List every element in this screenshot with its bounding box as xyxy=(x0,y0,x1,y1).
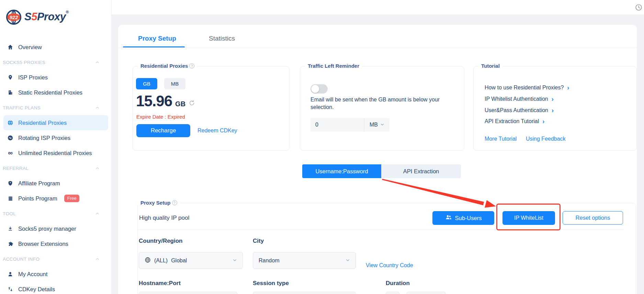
swap-arrows-icon xyxy=(7,286,14,293)
tab-statistics[interactable]: Statistics xyxy=(209,35,235,42)
sidebar-item-static-residential-proxies[interactable]: Static Residential Proxies xyxy=(3,85,108,100)
username-password-tab[interactable]: Username:Password xyxy=(302,164,381,178)
tutorial-link-api-extraction[interactable]: API Extraction Tutorial› xyxy=(485,118,544,124)
chevron-right-icon: › xyxy=(542,119,544,124)
sidebar-section-traffic-plans: TRAFFIC PLANS xyxy=(0,100,112,115)
recharge-button[interactable]: Recharge xyxy=(136,124,190,137)
country-region-label: Country/Region xyxy=(139,238,183,244)
reminder-threshold-group: MB xyxy=(310,118,389,132)
section-divider xyxy=(139,229,624,230)
chevron-right-icon: › xyxy=(567,85,569,90)
shield-icon xyxy=(7,180,14,187)
residential-proxies-card: Residential Proxies GB MB 15.96 GB Expir… xyxy=(133,66,290,151)
globe-icon xyxy=(7,119,14,126)
topbar: EN-English xyxy=(112,0,644,14)
tutorial-link-ip-whitelist[interactable]: IP Whitelist Authentication› xyxy=(485,96,554,102)
tab-bar: Proxy Setup Statistics xyxy=(118,25,637,47)
auth-mode-segmented: Username:Password API Extraction xyxy=(302,164,461,178)
proxy-setup-legend: Proxy Setup xyxy=(138,200,180,206)
sidebar-section-tool: TOOL xyxy=(0,206,112,221)
duration-unit-select[interactable] xyxy=(406,292,446,294)
sidebar-section-referral: REFERRAL xyxy=(0,161,112,176)
location-pin-icon xyxy=(7,74,14,81)
traffic-amount: 15.96 GB xyxy=(136,92,195,110)
sidebar-item-rotating-isp-proxies[interactable]: Rotating ISP Proxies xyxy=(3,130,108,145)
ip-whitelist-button[interactable]: IP WhiteList xyxy=(502,211,555,225)
using-feedback-link[interactable]: Using Feedback xyxy=(526,136,566,142)
mb-unit-button[interactable]: MB xyxy=(164,78,185,89)
chevron-up-icon[interactable] xyxy=(95,60,99,65)
coins-icon xyxy=(7,195,14,202)
sidebar-item-isp-proxies[interactable]: ISP Proxies xyxy=(3,70,108,85)
traffic-left-reminder-card: Traffic Left Reminder Email will be sent… xyxy=(300,66,464,151)
download-icon xyxy=(7,225,14,232)
chevron-right-icon: › xyxy=(552,97,554,101)
brand-logo[interactable]: 922 S5Proxy® xyxy=(5,9,69,25)
help-icon[interactable] xyxy=(172,200,177,205)
sidebar-section-account-info: ACCOUNT INFO xyxy=(0,251,112,266)
tutorial-link-how-to-use[interactable]: How to use Residential Proxies?› xyxy=(485,85,569,91)
sidebar-section-socks5-proxies: SOCKS5 PROXIES xyxy=(0,55,112,70)
reminder-toggle[interactable] xyxy=(310,84,328,94)
country-select[interactable]: (ALL) Global xyxy=(139,252,243,269)
puzzle-icon xyxy=(7,240,14,247)
country-all: (ALL) xyxy=(154,258,168,264)
city-label: City xyxy=(253,238,264,244)
reminder-threshold-input[interactable] xyxy=(310,118,364,132)
sidebar-item-browser-extensions[interactable]: Browser Extensions xyxy=(3,236,108,251)
sidebar-item-affiliate-program[interactable]: Affiliate Program xyxy=(3,176,108,191)
tutorial-link-userpass[interactable]: User&Pass Authentication› xyxy=(485,107,554,113)
tab-proxy-setup[interactable]: Proxy Setup xyxy=(138,35,176,42)
ip-pool-label: High quality IP pool xyxy=(139,211,189,225)
help-icon[interactable] xyxy=(189,63,194,68)
free-badge: Free xyxy=(64,195,80,202)
reset-options-button[interactable]: Reset options xyxy=(563,211,623,225)
sidebar-item-residential-proxies[interactable]: Residential Proxies xyxy=(3,115,108,130)
sidebar-item-my-account[interactable]: My Account xyxy=(3,266,108,282)
hostname-port-input[interactable] xyxy=(139,292,237,294)
proxy-setup-section: Proxy Setup High quality IP pool Sub-Use… xyxy=(137,203,636,294)
sidebar-item-socks5-proxy-manager[interactable]: Socks5 proxy manager xyxy=(3,221,108,236)
app-root: 922 S5Proxy® Overview SOCKS5 PROXIES ISP… xyxy=(0,0,644,294)
sub-users-button[interactable]: Sub-Users xyxy=(432,211,494,225)
earth-icon xyxy=(145,257,151,264)
sidebar-nav: Overview SOCKS5 PROXIES ISP Proxies Stat… xyxy=(0,40,112,294)
home-icon xyxy=(7,44,14,51)
chevron-down-icon xyxy=(380,122,384,128)
refresh-icon[interactable] xyxy=(189,100,195,108)
redeem-cdkey-link[interactable]: Redeem CDKey xyxy=(197,128,237,134)
sidebar-item-overview[interactable]: Overview xyxy=(3,40,108,55)
view-country-code-link[interactable]: View Country Code xyxy=(366,262,413,269)
city-select[interactable]: Random xyxy=(253,252,356,269)
rotate-icon xyxy=(7,134,14,141)
country-name: Global xyxy=(171,258,187,264)
users-icon xyxy=(445,214,452,222)
gb-unit-button[interactable]: GB xyxy=(136,78,157,89)
logo-922-text: 922 xyxy=(9,14,18,20)
chevron-up-icon[interactable] xyxy=(95,106,99,111)
chevron-right-icon: › xyxy=(552,108,554,113)
traffic-amount-unit: GB xyxy=(175,100,185,108)
api-extraction-tab[interactable]: API Extraction xyxy=(381,164,461,178)
reminder-unit-select[interactable]: MB xyxy=(364,118,389,132)
duration-value-input[interactable] xyxy=(386,292,399,294)
more-tutorial-link[interactable]: More Tutorial xyxy=(485,136,517,142)
traffic-left-reminder-legend: Traffic Left Reminder xyxy=(305,63,362,69)
chevron-up-icon[interactable] xyxy=(95,257,99,262)
person-icon xyxy=(7,271,14,277)
building-icon xyxy=(7,89,14,96)
infinity-icon: ∞ xyxy=(7,150,14,156)
sidebar-item-unlimited-residential-proxies[interactable]: ∞ Unlimited Residential Proxies xyxy=(3,145,108,161)
chevron-down-icon xyxy=(346,258,350,264)
history-icon[interactable] xyxy=(635,3,643,13)
traffic-amount-value: 15.96 xyxy=(136,92,172,110)
tutorial-legend: Tutorial xyxy=(478,63,502,69)
toggle-knob xyxy=(311,85,319,93)
sidebar-item-cdkey-details[interactable]: CDKey Details xyxy=(3,282,108,294)
sidebar-item-points-program[interactable]: Points Program Free xyxy=(3,191,108,206)
session-type-select[interactable] xyxy=(253,292,356,294)
chevron-up-icon[interactable] xyxy=(95,166,99,171)
chevron-down-icon xyxy=(233,258,237,264)
reminder-description: Email will be sent when the GB amount is… xyxy=(310,96,448,111)
chevron-up-icon[interactable] xyxy=(95,211,99,217)
